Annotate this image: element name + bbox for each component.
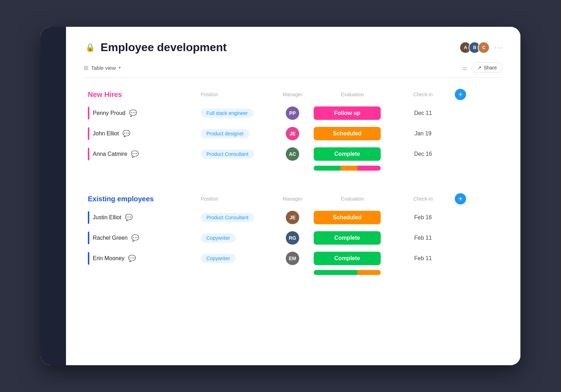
manager-avatar: RG xyxy=(286,231,299,245)
table-row: Erin Mooney 💬 Copywriter EM Complete Feb… xyxy=(84,248,503,269)
share-label: Share xyxy=(484,65,497,71)
position-tag: Product designer xyxy=(201,129,249,138)
existing-employees-header-row: Existing employees Position Manager Eval… xyxy=(84,193,503,204)
progress-pink xyxy=(357,166,381,171)
row-name-cell: Justin Elliot 💬 xyxy=(88,211,201,224)
position-cell: Copywriter xyxy=(201,254,271,263)
ee-col-evaluation: Evaluation xyxy=(314,196,391,202)
progress-orange xyxy=(357,270,381,275)
new-hires-add-button[interactable]: + xyxy=(455,89,466,100)
row-accent-border xyxy=(88,107,89,120)
checkin-cell: Jan 19 xyxy=(391,130,455,137)
existing-employees-add-button[interactable]: + xyxy=(455,193,466,204)
view-label: Table view xyxy=(91,65,116,71)
existing-employees-progress-bar xyxy=(314,270,391,275)
row-accent-border xyxy=(88,211,89,224)
avatar-3: C xyxy=(478,42,490,54)
chat-icon[interactable]: 💬 xyxy=(122,130,130,137)
employee-name: John Elliot xyxy=(93,130,119,137)
chat-icon[interactable]: 💬 xyxy=(125,214,133,221)
header-right: A B C ··· xyxy=(459,42,503,54)
chat-icon[interactable]: 💬 xyxy=(131,150,139,158)
position-cell: Product Consultant xyxy=(201,213,271,222)
table-row: Justin Elliot 💬 Product Consultant JE Sc… xyxy=(84,207,503,228)
table-row: John Elliot 💬 Product designer JE Schedu… xyxy=(84,123,503,144)
employee-name: Rachel Green xyxy=(93,235,128,241)
manager-cell: RG xyxy=(271,231,314,245)
employee-name: Anna Catmire xyxy=(93,151,127,157)
row-accent-border xyxy=(88,252,89,265)
new-hires-section: New Hires Position Manager Evaluation Ch… xyxy=(84,89,503,176)
view-selector[interactable]: ⊞ Table view ▾ xyxy=(84,65,121,71)
row-name-cell: Erin Mooney 💬 xyxy=(88,252,201,265)
evaluation-cell: Follow up xyxy=(314,106,391,120)
manager-cell: JE xyxy=(271,211,314,224)
nh-col-position: Position xyxy=(201,92,271,97)
evaluation-badge: Scheduled xyxy=(314,127,381,140)
position-cell: Full stack engineer xyxy=(201,109,271,118)
evaluation-cell: Scheduled xyxy=(314,127,391,140)
existing-employees-title: Existing employees xyxy=(88,195,201,203)
progress-orange xyxy=(340,166,357,171)
toolbar-right: ⚌ ↗ Share xyxy=(462,62,503,73)
more-options-button[interactable]: ··· xyxy=(495,43,503,51)
evaluation-badge: Complete xyxy=(314,147,381,161)
position-cell: Product Consultant xyxy=(201,149,271,159)
row-name-cell: Anna Catmire 💬 xyxy=(88,148,201,160)
evaluation-cell: Complete xyxy=(314,231,391,245)
progress-green xyxy=(314,166,340,171)
checkin-cell: Feb 11 xyxy=(391,235,455,241)
chat-icon[interactable]: 💬 xyxy=(128,255,136,262)
toolbar: ⊞ Table view ▾ ⚌ ↗ Share xyxy=(84,62,503,78)
evaluation-badge: Follow up xyxy=(314,106,381,120)
position-tag: Copywriter xyxy=(201,233,236,243)
nh-col-manager: Manager xyxy=(271,92,314,97)
evaluation-badge: Complete xyxy=(314,231,381,245)
manager-cell: JE xyxy=(271,127,314,140)
evaluation-badge: Scheduled xyxy=(314,211,381,224)
ee-col-manager: Manager xyxy=(271,196,314,202)
row-name-cell: Penny Proud 💬 xyxy=(88,107,201,120)
chat-icon[interactable]: 💬 xyxy=(131,234,139,242)
position-tag: Product Consultant xyxy=(201,213,254,222)
page-title: Employee development xyxy=(101,41,227,54)
employee-name: Erin Mooney xyxy=(93,255,125,262)
filter-icon[interactable]: ⚌ xyxy=(462,65,467,71)
table-icon: ⊞ xyxy=(84,65,88,71)
checkin-cell: Feb 16 xyxy=(391,214,455,221)
manager-avatar: EM xyxy=(286,252,299,265)
sidebar xyxy=(41,27,66,365)
new-hires-title: New Hires xyxy=(88,91,201,99)
manager-avatar: JE xyxy=(286,211,299,224)
checkin-cell: Dec 16 xyxy=(391,151,455,157)
chevron-down-icon: ▾ xyxy=(119,65,121,70)
page-header: 🔒 Employee development A B C ··· xyxy=(84,41,503,54)
existing-employees-progress-row xyxy=(84,269,503,281)
table-row: Anna Catmire 💬 Product Consultant AC Com… xyxy=(84,144,503,164)
evaluation-cell: Complete xyxy=(314,147,391,161)
evaluation-cell: Complete xyxy=(314,252,391,265)
collaborators-avatars: A B C xyxy=(459,42,490,54)
manager-cell: PP xyxy=(271,106,314,120)
title-area: 🔒 Employee development xyxy=(84,41,227,54)
row-name-cell: Rachel Green 💬 xyxy=(88,232,201,244)
new-hires-progress-row xyxy=(84,164,503,176)
chat-icon[interactable]: 💬 xyxy=(129,109,137,117)
row-accent-border xyxy=(88,148,89,160)
share-button[interactable]: ↗ Share xyxy=(471,62,503,73)
position-tag: Copywriter xyxy=(201,254,236,263)
evaluation-badge: Complete xyxy=(314,252,381,265)
evaluation-cell: Scheduled xyxy=(314,211,391,224)
employee-name: Justin Elliot xyxy=(93,214,121,221)
ee-col-checkin: Check-in xyxy=(391,196,455,202)
manager-avatar: JE xyxy=(286,127,299,140)
new-hires-progress-bar xyxy=(314,166,391,171)
manager-cell: AC xyxy=(271,147,314,161)
manager-cell: EM xyxy=(271,252,314,265)
share-icon: ↗ xyxy=(477,65,482,71)
table-row: Penny Proud 💬 Full stack engineer PP Fol… xyxy=(84,103,503,123)
ee-col-position: Position xyxy=(201,196,271,202)
position-tag: Product Consultant xyxy=(201,149,254,159)
main-content: 🔒 Employee development A B C ··· ⊞ Table… xyxy=(66,27,520,365)
checkin-cell: Feb 11 xyxy=(391,255,455,262)
